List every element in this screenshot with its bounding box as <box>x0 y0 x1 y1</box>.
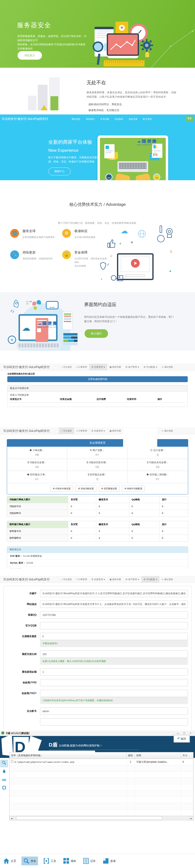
nav-item-contact[interactable]: 联系我们 <box>86 118 94 120</box>
field-label: 网站描述 <box>7 602 40 606</box>
toolbar-home[interactable]: 主页 <box>1 857 18 865</box>
nav-order-mgmt[interactable]: ≡订单管理 <box>74 364 89 370</box>
admin-settlement-screen: 玖乐码支付-微支付-JiuLePay码支付 ⌂平台首页 ≡订单管理 ⚙结算管理 … <box>0 364 195 416</box>
ui-title: 界面简约自适应 <box>84 302 116 308</box>
nav-platform-home[interactable]: ⌂平台首页 <box>59 427 74 434</box>
register-bonus-field[interactable] <box>40 633 188 640</box>
merchant-pid-field[interactable] <box>40 679 188 686</box>
scrollbar-thumb[interactable] <box>16 816 162 820</box>
admin-brand[interactable]: 玖乐码支付-微支付-JiuLePay码支付 <box>3 427 50 434</box>
nav-item-login[interactable]: 账号登录 <box>143 118 151 120</box>
nav-logout[interactable]: ↪退出登陆 <box>160 576 175 583</box>
scroll-left-arrow[interactable]: ◀ <box>9 816 13 820</box>
grid-icon: ▦ <box>109 578 112 581</box>
form-row: 网站描述 <box>7 600 188 608</box>
admin-account-field[interactable] <box>40 708 188 715</box>
advantage-illustration: ☁ ✦ ✳ $ ☆ ✓ ✦ ✦ <box>107 225 188 286</box>
qq-group-field[interactable] <box>40 622 188 629</box>
server-info-row: MySQL 版本：5.5.53 <box>7 560 188 566</box>
nav-item-test[interactable]: 在线测试 <box>114 118 123 120</box>
scan-rail-button[interactable] <box>0 760 8 767</box>
generate-settle-button[interactable]: 立即生成结算列表 <box>7 376 188 382</box>
caret-down-icon <box>104 367 105 368</box>
collect-config-button[interactable]: ⚙ 代收款对接设置 <box>50 486 73 492</box>
usb-plug-icon <box>111 273 125 285</box>
nav-plugin-list[interactable]: ▦插件列表 <box>107 576 123 583</box>
other-config-button[interactable]: ⚙ 其他功能设置 <box>76 486 96 492</box>
mail-config-button[interactable]: ⚙ 发邮件功能配置 <box>122 486 145 492</box>
gear-icon: ⚙ <box>91 366 93 368</box>
merchant-key-field[interactable] <box>40 690 188 697</box>
nav-merchant-mgmt[interactable]: ⚙商户管理 <box>123 364 141 370</box>
nav-platform-home[interactable]: ⌂平台首页 <box>59 576 74 583</box>
dashboard-buttons: ⚙ 代收款对接设置 ⚙ 其他功能设置 ⚙ 首页模板设置 ⚙ 发邮件功能配置 <box>7 483 188 494</box>
grid-icon: ▦ <box>109 366 112 368</box>
keywords-field[interactable] <box>40 590 188 597</box>
nav-platform-config[interactable]: ⚙平台配置 <box>141 576 160 583</box>
template-config-button[interactable]: ⚙ 首页模板设置 <box>99 486 119 492</box>
nav-order-mgmt[interactable]: ≡订单管理 <box>74 427 89 434</box>
divider <box>10 402 185 403</box>
square-rail-button[interactable] <box>0 785 8 792</box>
col-desc[interactable]: 说明 <box>135 752 181 758</box>
dollar-icon: $ <box>170 250 172 253</box>
nav-plugin-list[interactable]: ▦插件列表 <box>107 427 123 434</box>
back-button[interactable]: ↶ 返回 <box>173 735 190 742</box>
form-row: 最低提现金额 <box>7 668 188 676</box>
nav-settle-mgmt[interactable]: ⚙结算管理 <box>89 576 107 583</box>
nav-platform-home[interactable]: ⌂平台首页 <box>59 364 74 370</box>
nav-settle-mgmt[interactable]: ⚙结算管理 <box>89 364 107 370</box>
ruler-icon <box>104 60 144 66</box>
min-withdraw-field[interactable] <box>40 668 188 676</box>
admin-brand[interactable]: 玖乐码支付-微支付-JiuLePay码支付 <box>3 576 50 583</box>
service-qq-field[interactable] <box>40 611 188 619</box>
plus-circle-icon[interactable]: + <box>8 336 16 344</box>
dollar-icon: $ <box>147 461 148 464</box>
server-info-title: 服务器信息 <box>7 547 188 553</box>
gear-icon: ⚙ <box>91 430 93 432</box>
feature-global: 🌐 服务全球 业务范围覆盖全国用户速度领先 <box>10 229 57 239</box>
merchant-title: 全新的商家平台体验 <box>48 139 92 146</box>
form-row: 注册赠送额度 <box>7 633 188 640</box>
toolbar-scan[interactable]: 查杀 <box>22 857 38 865</box>
field-label: 后台帐号 <box>7 709 40 713</box>
horizontal-scrollbar[interactable]: ◀ ▶ <box>9 816 193 820</box>
recharge-ratio-field[interactable] <box>40 651 188 658</box>
nav-item-home[interactable]: 网站首页 <box>72 118 80 120</box>
toolbar-options[interactable]: 选项 <box>101 857 117 865</box>
nav-item-register[interactable]: 商家注册 <box>129 118 137 120</box>
empty-row <box>9 772 193 778</box>
nav-plugin-list[interactable]: ▦插件列表 <box>107 364 123 370</box>
login-button[interactable]: 登录 <box>186 116 193 121</box>
nav-platform-config[interactable]: ⚙平台配置 <box>141 364 160 370</box>
merchant-center-button[interactable]: 商家中心 <box>48 167 71 175</box>
join-now-button[interactable]: 现在加入 <box>18 51 42 60</box>
join-us-button[interactable]: 加入我们 <box>85 329 108 338</box>
nav-merchant-mgmt[interactable]: ⚙商户管理 <box>123 576 141 583</box>
col-level[interactable]: 级别 <box>127 752 135 758</box>
sparkle-icon: ✦ <box>101 278 103 281</box>
dshield-left-rail: OK <box>0 759 9 793</box>
admin-brand[interactable]: 玖乐码支付-微支付-JiuLePay码支付 <box>3 364 50 370</box>
window-titlebar[interactable]: D盾 v2.1.5.2 [测试版] × ☐ — <box>0 731 195 736</box>
result-row[interactable]: d:\phpstudy\phptutorial\www\ceshi\index.… <box>9 759 193 765</box>
ok-rail-button[interactable]: OK <box>0 776 8 784</box>
partial-field[interactable] <box>40 718 188 725</box>
col-size[interactable]: 大小 <box>181 752 193 758</box>
site-description-field[interactable] <box>40 600 188 608</box>
nav-settle-mgmt[interactable]: ⚙结算管理 <box>89 427 107 434</box>
magnifier-outline-icon <box>156 225 166 245</box>
nav-item-faq[interactable]: 常见问题 <box>100 118 109 120</box>
nav-logout[interactable]: ↪退出登陆 <box>160 364 175 370</box>
scroll-right-arrow[interactable]: ▶ <box>189 816 193 820</box>
ink-rail-button[interactable] <box>0 768 8 775</box>
toolbar-tools[interactable]: 工具 <box>41 857 58 865</box>
drop-icon: ◆ <box>27 473 29 476</box>
toolbar-records[interactable]: 记录 <box>81 857 98 865</box>
nav-logout[interactable]: ↪退出登陆 <box>160 427 175 434</box>
toolbar-rules[interactable]: 规则 <box>61 857 78 865</box>
field-label: 注册赠送额度 <box>7 635 40 638</box>
nav-order-mgmt[interactable]: ≡订单管理 <box>74 576 89 583</box>
envelope-icon: ✉ <box>90 449 92 452</box>
site-brand[interactable]: 玖乐码支付-微支付-JiuLePay码支付 <box>2 117 48 121</box>
